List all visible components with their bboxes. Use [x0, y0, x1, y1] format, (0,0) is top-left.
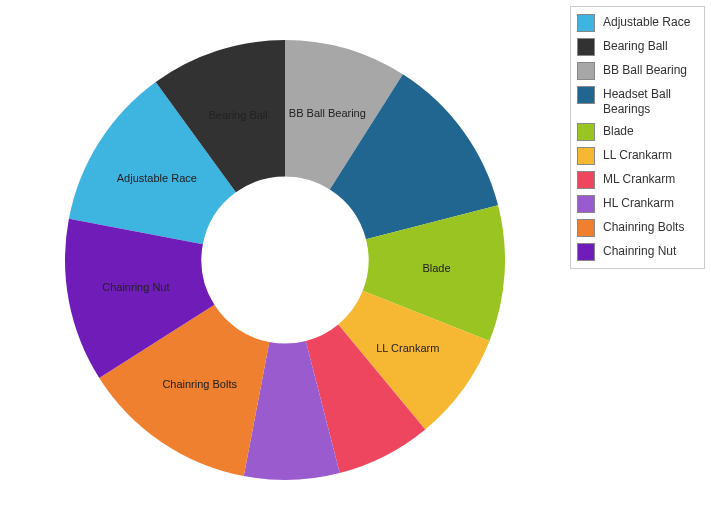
legend-item[interactable]: Headset Ball Bearings	[575, 83, 700, 120]
legend-item[interactable]: Chainring Nut	[575, 240, 700, 264]
legend-swatch	[577, 195, 595, 213]
legend-swatch	[577, 123, 595, 141]
legend-swatch	[577, 219, 595, 237]
legend-swatch	[577, 171, 595, 189]
slice-label: BB Ball Bearing	[289, 107, 366, 119]
legend: Adjustable RaceBearing BallBB Ball Beari…	[570, 6, 705, 269]
legend-item[interactable]: Chainring Bolts	[575, 216, 700, 240]
legend-label: Chainring Nut	[603, 243, 698, 259]
legend-label: Chainring Bolts	[603, 219, 698, 235]
legend-item[interactable]: LL Crankarm	[575, 144, 700, 168]
legend-label: Adjustable Race	[603, 14, 698, 30]
legend-item[interactable]: HL Crankarm	[575, 192, 700, 216]
slice-label: Bearing Ball	[208, 109, 267, 121]
legend-item[interactable]: BB Ball Bearing	[575, 59, 700, 83]
donut-hole	[202, 177, 368, 343]
legend-swatch	[577, 147, 595, 165]
slice-label: Blade	[422, 262, 450, 274]
slice-label: Chainring Nut	[102, 281, 169, 293]
legend-swatch	[577, 38, 595, 56]
legend-label: Blade	[603, 123, 698, 139]
legend-label: HL Crankarm	[603, 195, 698, 211]
legend-label: ML Crankarm	[603, 171, 698, 187]
donut-chart: Adjustable RaceBearing BallBB Ball Beari…	[0, 0, 570, 521]
legend-swatch	[577, 86, 595, 104]
legend-label: BB Ball Bearing	[603, 62, 698, 78]
legend-swatch	[577, 62, 595, 80]
slice-label: Adjustable Race	[117, 172, 197, 184]
legend-swatch	[577, 14, 595, 32]
legend-item[interactable]: Blade	[575, 120, 700, 144]
legend-item[interactable]: ML Crankarm	[575, 168, 700, 192]
legend-swatch	[577, 243, 595, 261]
legend-label: Bearing Ball	[603, 38, 698, 54]
legend-label: LL Crankarm	[603, 147, 698, 163]
legend-label: Headset Ball Bearings	[603, 86, 698, 117]
legend-item[interactable]: Adjustable Race	[575, 11, 700, 35]
chart-container: Adjustable RaceBearing BallBB Ball Beari…	[0, 0, 711, 521]
slice-label: LL Crankarm	[376, 342, 439, 354]
legend-item[interactable]: Bearing Ball	[575, 35, 700, 59]
donut-svg: Adjustable RaceBearing BallBB Ball Beari…	[0, 0, 570, 521]
slice-label: Chainring Bolts	[162, 378, 237, 390]
